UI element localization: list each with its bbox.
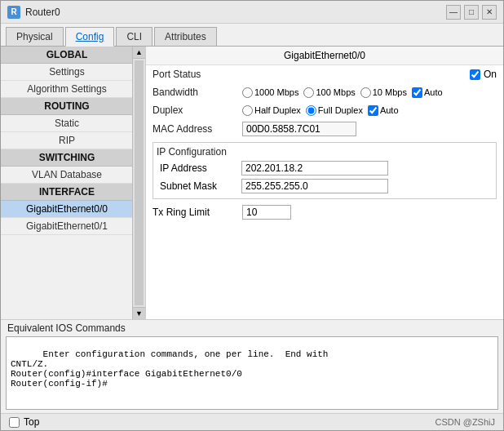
ip-address-row: IP Address [157, 159, 493, 177]
bw-1000-label[interactable]: 1000 Mbps [242, 87, 298, 98]
full-duplex-radio[interactable] [306, 105, 316, 116]
sidebar-inner: GLOBAL Settings Algorithm Settings ROUTI… [1, 47, 133, 319]
app-icon: R [7, 6, 20, 19]
duplex-auto-checkbox[interactable] [368, 105, 378, 116]
bottom-bar: Top CSDN @ZShiJ [1, 413, 503, 430]
sidebar-item-static[interactable]: Static [1, 115, 133, 132]
port-status-value: On [242, 69, 497, 80]
mac-address-label: MAC Address [153, 123, 242, 135]
main-window: R Router0 — □ ✕ Physical Config CLI Attr… [0, 0, 504, 431]
bw-100-radio[interactable] [303, 87, 314, 98]
interface-title: GigabitEthernet0/0 [146, 47, 503, 65]
sidebar-scrollbar[interactable]: ▲ ▼ [132, 47, 145, 319]
title-bar: R Router0 — □ ✕ [1, 1, 503, 24]
half-duplex-label[interactable]: Half Duplex [242, 105, 301, 116]
tx-ring-limit-input[interactable] [242, 205, 291, 220]
tx-ring-limit-label: Tx Ring Limit [153, 207, 242, 218]
duplex-value: Half Duplex Full Duplex Auto [242, 105, 497, 116]
bottom-section: Equivalent IOS Commands Enter configurat… [1, 319, 503, 430]
tab-bar: Physical Config CLI Attributes [1, 24, 503, 47]
sidebar-section-routing: ROUTING [1, 98, 133, 115]
close-button[interactable]: ✕ [482, 5, 497, 20]
duplex-label: Duplex [153, 104, 242, 116]
maximize-button[interactable]: □ [464, 5, 479, 20]
bw-auto-label: Auto [424, 87, 443, 97]
tab-config[interactable]: Config [65, 27, 115, 47]
bw-10-radio[interactable] [360, 87, 371, 98]
subnet-mask-row: Subnet Mask [157, 177, 493, 195]
main-content: GLOBAL Settings Algorithm Settings ROUTI… [1, 47, 503, 319]
sidebar: GLOBAL Settings Algorithm Settings ROUTI… [1, 47, 146, 319]
bw-10-label[interactable]: 10 Mbps [360, 87, 407, 98]
port-status-label: Port Status [153, 69, 242, 80]
subnet-mask-label: Subnet Mask [160, 180, 241, 192]
ip-config-title: IP Configuration [157, 146, 493, 159]
duplex-row: Duplex Half Duplex Full Duplex Auto [146, 101, 503, 119]
sidebar-item-algorithm-settings[interactable]: Algorithm Settings [1, 81, 133, 98]
sidebar-item-settings[interactable]: Settings [1, 64, 133, 81]
window-controls: — □ ✕ [446, 5, 497, 20]
window-title: Router0 [25, 7, 446, 18]
subnet-mask-input[interactable] [241, 179, 388, 193]
full-duplex-label[interactable]: Full Duplex [306, 105, 363, 116]
bw-1000-radio[interactable] [242, 87, 253, 98]
mac-address-value [242, 122, 497, 136]
port-status-checkbox[interactable] [470, 69, 480, 80]
bw-100-label[interactable]: 100 Mbps [303, 87, 355, 98]
right-panel: GigabitEthernet0/0 Port Status On Bandwi… [146, 47, 503, 319]
mac-address-row: MAC Address [146, 119, 503, 139]
bandwidth-label: Bandwidth [153, 87, 242, 98]
sidebar-scroll-down[interactable]: ▼ [133, 307, 145, 319]
half-duplex-radio[interactable] [242, 105, 253, 116]
tab-cli[interactable]: CLI [116, 27, 153, 46]
ip-address-input[interactable] [241, 161, 388, 176]
sidebar-section-interface: INTERFACE [1, 184, 133, 201]
credit-label: CSDN @ZShiJ [435, 417, 495, 427]
top-checkbox-container: Top [9, 416, 39, 428]
sidebar-item-vlan-database[interactable]: VLAN Database [1, 167, 133, 184]
tab-physical[interactable]: Physical [6, 27, 64, 46]
minimize-button[interactable]: — [446, 5, 461, 20]
sidebar-scroll-up[interactable]: ▲ [133, 47, 145, 59]
bw-auto-checkbox[interactable] [412, 87, 422, 98]
sidebar-section-switching: SWITCHING [1, 149, 133, 167]
sidebar-item-gig0-1[interactable]: GigabitEthernet0/1 [1, 218, 133, 235]
port-status-on-label: On [484, 69, 497, 80]
mac-address-input[interactable] [242, 122, 356, 136]
sidebar-section-global: GLOBAL [1, 47, 133, 64]
duplex-auto-label: Auto [380, 105, 399, 115]
port-status-row: Port Status On [146, 65, 503, 83]
bandwidth-value: 1000 Mbps 100 Mbps 10 Mbps Auto [242, 87, 497, 98]
sidebar-item-rip[interactable]: RIP [1, 132, 133, 149]
tab-attributes[interactable]: Attributes [154, 27, 217, 46]
console-content: Enter configuration commands, one per li… [11, 349, 328, 389]
ip-config-section: IP Configuration IP Address Subnet Mask [153, 142, 497, 199]
bandwidth-row: Bandwidth 1000 Mbps 100 Mbps 10 Mbps Aut… [146, 83, 503, 101]
console-area[interactable]: Enter configuration commands, one per li… [6, 336, 498, 410]
top-label: Top [24, 416, 39, 428]
sidebar-item-gig0-0[interactable]: GigabitEthernet0/0 [1, 201, 133, 218]
equivalent-ios-label: Equivalent IOS Commands [1, 320, 503, 336]
ip-address-label: IP Address [160, 162, 241, 174]
top-checkbox[interactable] [9, 417, 20, 428]
tx-ring-limit-row: Tx Ring Limit [146, 202, 503, 222]
